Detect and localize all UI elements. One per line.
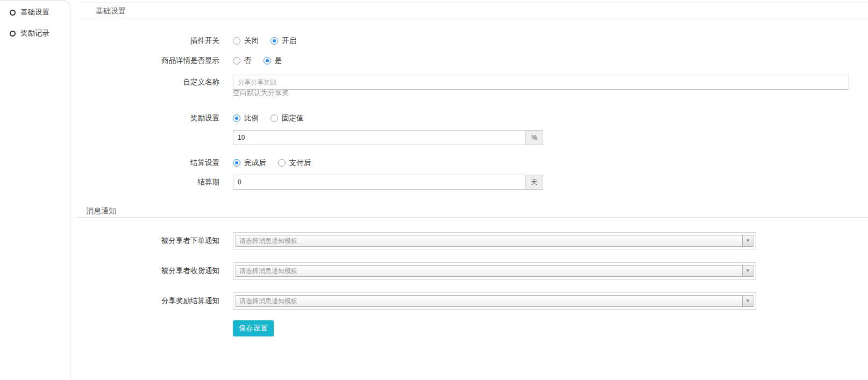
sidebar: 基础设置 奖励记录 <box>0 0 70 380</box>
days-addon: 天 <box>526 175 543 190</box>
dropdown-arrow-icon: ▼ <box>742 296 753 306</box>
row-notify-order: 被分享者下单通知 请选择消息通知模板 ▼ <box>77 232 756 249</box>
row-custom-name: 自定义名称 <box>77 75 849 90</box>
radio-icon <box>278 159 286 167</box>
field-label: 奖励设置 <box>77 113 219 123</box>
save-settings-button[interactable]: 保存设置 <box>233 320 274 336</box>
main-content: 基础设置 插件开关 关闭 开启 商品详情是否显示 否 <box>77 0 868 380</box>
field-label: 被分享者下单通知 <box>77 236 219 246</box>
radio-label: 比例 <box>244 113 259 123</box>
circle-icon <box>10 31 16 37</box>
section-title-notify: 消息通知 <box>86 206 116 216</box>
select-placeholder: 请选择消息通知模板 <box>236 267 297 276</box>
field-label: 分享奖励结算通知 <box>77 296 219 306</box>
sidebar-item-label: 基础设置 <box>20 8 49 17</box>
dropdown-arrow-icon: ▼ <box>742 266 753 276</box>
row-settle-type: 结算设置 完成后 支付后 <box>77 156 323 169</box>
radio-label: 支付后 <box>289 158 311 168</box>
row-notify-receive: 被分享者收货通知 请选择消息通知模板 ▼ <box>77 262 756 279</box>
radio-label: 关闭 <box>244 36 259 46</box>
select-placeholder: 请选择消息通知模板 <box>236 297 297 306</box>
custom-name-help: 空白默认为分享奖 <box>233 88 289 98</box>
radio-checked-icon <box>271 37 278 45</box>
circle-icon <box>10 10 16 16</box>
row-settle-period: 结算期 天 <box>77 175 543 190</box>
radio-settle-paid[interactable]: 支付后 <box>278 158 311 168</box>
reward-value-input[interactable] <box>233 130 526 145</box>
sidebar-item-reward-records[interactable]: 奖励记录 <box>0 26 70 40</box>
section-title-basic: 基础设置 <box>96 6 126 16</box>
radio-label: 否 <box>244 56 252 66</box>
radio-checked-icon <box>264 57 271 64</box>
notify-settle-select-wrapper: 请选择消息通知模板 ▼ <box>233 292 756 310</box>
radio-checked-icon <box>233 114 240 122</box>
radio-reward-ratio[interactable]: 比例 <box>233 113 259 123</box>
radio-settle-complete[interactable]: 完成后 <box>233 158 266 168</box>
radio-label: 完成后 <box>244 158 266 168</box>
notify-order-select-wrapper: 请选择消息通知模板 ▼ <box>233 232 756 249</box>
divider <box>77 217 868 218</box>
field-label: 商品详情是否显示 <box>77 56 219 66</box>
sidebar-item-basic-settings[interactable]: 基础设置 <box>0 5 70 19</box>
radio-label: 是 <box>275 56 282 66</box>
field-label: 结算期 <box>77 177 219 187</box>
radio-label: 开启 <box>282 36 296 46</box>
row-plugin-switch: 插件开关 关闭 开启 <box>77 34 308 47</box>
percent-addon: % <box>526 130 543 145</box>
row-reward-value: % <box>77 130 543 145</box>
radio-detail-yes[interactable]: 是 <box>264 56 282 66</box>
settle-period-input[interactable] <box>233 175 526 190</box>
row-detail-show: 商品详情是否显示 否 是 <box>77 54 294 67</box>
row-notify-settle: 分享奖励结算通知 请选择消息通知模板 ▼ <box>77 292 756 310</box>
custom-name-input[interactable] <box>233 75 849 90</box>
notify-settle-select[interactable]: 请选择消息通知模板 ▼ <box>236 295 753 307</box>
notify-receive-select[interactable]: 请选择消息通知模板 ▼ <box>236 265 753 277</box>
field-label: 自定义名称 <box>77 77 219 87</box>
notify-receive-select-wrapper: 请选择消息通知模板 ▼ <box>233 262 756 279</box>
page: 基础设置 奖励记录 基础设置 插件开关 关闭 开启 <box>0 0 868 380</box>
radio-label: 固定值 <box>282 113 304 123</box>
radio-reward-fixed[interactable]: 固定值 <box>271 113 304 123</box>
divider <box>77 18 868 18</box>
radio-plugin-on[interactable]: 开启 <box>271 36 296 46</box>
radio-icon <box>271 114 278 122</box>
radio-checked-icon <box>233 159 240 167</box>
dropdown-arrow-icon: ▼ <box>742 235 753 246</box>
radio-plugin-off[interactable]: 关闭 <box>233 36 259 46</box>
field-label: 插件开关 <box>77 36 219 46</box>
field-label: 结算设置 <box>77 158 219 168</box>
field-label: 被分享者收货通知 <box>77 266 219 276</box>
radio-icon <box>233 57 240 64</box>
notify-order-select[interactable]: 请选择消息通知模板 ▼ <box>236 235 753 247</box>
row-reward-type: 奖励设置 比例 固定值 <box>77 112 316 125</box>
sidebar-item-label: 奖励记录 <box>20 28 49 38</box>
select-placeholder: 请选择消息通知模板 <box>236 236 297 246</box>
top-border <box>77 2 868 3</box>
radio-icon <box>233 37 240 45</box>
radio-detail-no[interactable]: 否 <box>233 56 252 66</box>
